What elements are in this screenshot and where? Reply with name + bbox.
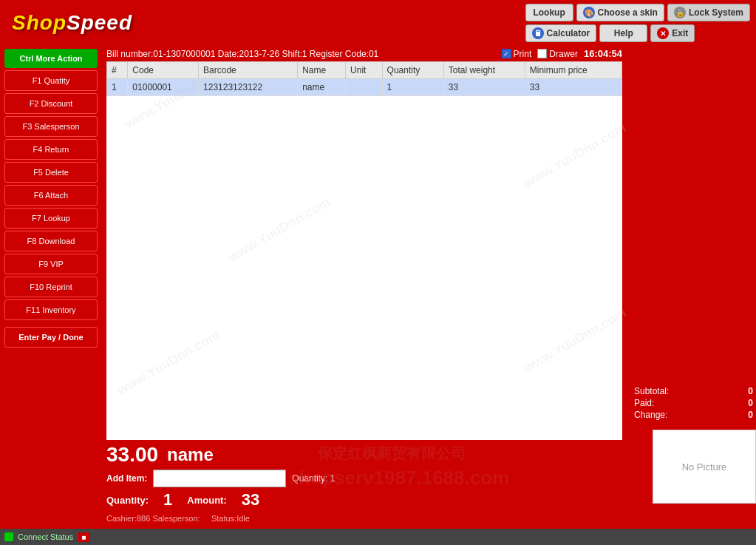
- col-quantity: Quantity: [382, 62, 443, 79]
- f7-lookup-button[interactable]: F7 Lookup: [4, 208, 98, 229]
- header-buttons-row-1: Lookup 🎨 Choose a skin 🔒 Lock System: [525, 4, 750, 21]
- header-buttons-row-2: 🖩 Calculator Help ✕ Exit: [525, 24, 750, 42]
- bill-info-bar: Bill number:01-1307000001 Date:2013-7-26…: [106, 46, 622, 61]
- qty-amount-row: Quantity: 1 Amount: 33: [106, 490, 622, 510]
- f10-reprint-button[interactable]: F10 Reprint: [4, 277, 98, 297]
- change-value: 0: [748, 410, 753, 420]
- lock-system-button[interactable]: 🔒 Lock System: [667, 4, 750, 21]
- change-row: Change: 0: [631, 409, 756, 421]
- lock-icon: 🔒: [674, 7, 686, 18]
- print-checkbox[interactable]: ✓: [502, 49, 511, 58]
- paid-row: Paid: 0: [631, 397, 756, 409]
- sidebar: Ctrl More Action F1 Quatity F2 Discount …: [0, 46, 102, 526]
- cell-name: name: [298, 79, 346, 96]
- col-minimum-price: Minimum price: [525, 62, 622, 79]
- choose-skin-button[interactable]: 🎨 Choose a skin: [576, 4, 664, 21]
- f2-discount-button[interactable]: F2 Discount: [4, 93, 98, 114]
- bottom-area: 33.00 name Add Item: Quantity: 1 Quantit…: [106, 440, 622, 526]
- status-text: Status:Idle: [211, 514, 250, 523]
- bill-info-text: Bill number:01-1307000001 Date:2013-7-26…: [106, 49, 378, 59]
- ctrl-more-action-button[interactable]: Ctrl More Action: [4, 49, 98, 68]
- cell-unit: [346, 79, 382, 96]
- col-barcode: Barcode: [199, 62, 298, 79]
- time-display: 16:04:54: [584, 48, 622, 59]
- f6-attach-button[interactable]: F6 Attach: [4, 185, 98, 206]
- skin-icon: 🎨: [583, 7, 595, 18]
- cell-minimum-price: 33: [525, 79, 622, 96]
- header-buttons: Lookup 🎨 Choose a skin 🔒 Lock System 🖩 C…: [525, 4, 750, 42]
- items-table: # Code Barcode Name Unit Quantity Total …: [106, 61, 622, 96]
- exit-button[interactable]: ✕ Exit: [650, 24, 695, 42]
- cell-num: 1: [107, 79, 128, 96]
- f9-vip-button[interactable]: F9 VIP: [4, 254, 98, 274]
- print-checkbox-area[interactable]: ✓ Print: [502, 49, 532, 59]
- col-total-weight: Total weight: [443, 62, 525, 79]
- help-button[interactable]: Help: [599, 24, 647, 42]
- content-area: Bill number:01-1307000001 Date:2013-7-26…: [102, 46, 627, 526]
- f1-quantity-button[interactable]: F1 Quatity: [4, 70, 98, 91]
- subtotal-row: Subtotal: 0: [631, 385, 756, 397]
- cashier-text: Cashier:886: [106, 514, 150, 523]
- status-bar: Cashier:886 Salesperson: Status:Idle: [106, 512, 622, 523]
- col-num: #: [107, 62, 128, 79]
- drawer-checkbox-area[interactable]: Drawer: [537, 49, 578, 59]
- f11-inventory-button[interactable]: F11 Inventory: [4, 299, 98, 320]
- logo-shop: Shop: [12, 11, 67, 34]
- connect-green-indicator: [4, 532, 13, 541]
- paid-label: Paid:: [634, 398, 654, 408]
- table-row[interactable]: 1 01000001 123123123122 name 1 33 33: [107, 79, 622, 96]
- salesperson-text: Salesperson:: [152, 514, 200, 523]
- print-label: Print: [514, 49, 532, 59]
- calculator-icon: 🖩: [532, 27, 544, 39]
- f4-return-button[interactable]: F4 Return: [4, 139, 98, 160]
- paid-value: 0: [748, 398, 753, 408]
- connect-action-button[interactable]: ■: [78, 532, 89, 542]
- item-price-display: 33.00: [106, 443, 158, 467]
- col-name: Name: [298, 62, 346, 79]
- amount-label: Amount:: [187, 495, 226, 506]
- cell-code: 01000001: [128, 79, 199, 96]
- f8-download-button[interactable]: F8 Download: [4, 231, 98, 251]
- no-picture-box: No Picture: [653, 430, 756, 504]
- logo: ShopSpeed: [6, 8, 138, 38]
- connect-status-bar: Connect Status ■: [0, 529, 756, 545]
- cell-barcode: 123123123122: [199, 79, 298, 96]
- enter-pay-button[interactable]: Enter Pay / Done: [4, 327, 98, 348]
- cell-quantity: 1: [382, 79, 443, 96]
- subtotal-label: Subtotal:: [634, 386, 669, 396]
- col-unit: Unit: [346, 62, 382, 79]
- add-item-input[interactable]: [153, 470, 286, 487]
- header: ShopSpeed Lookup 🎨 Choose a skin 🔒 Lock …: [0, 0, 756, 46]
- qty-label: Quantity:: [106, 495, 149, 506]
- f5-delete-button[interactable]: F5 Delete: [4, 162, 98, 183]
- add-item-row: Add Item: Quantity: 1: [106, 470, 622, 487]
- main-layout: Ctrl More Action F1 Quatity F2 Discount …: [0, 46, 756, 526]
- drawer-label: Drawer: [549, 49, 578, 59]
- cell-total-weight: 33: [443, 79, 525, 96]
- subtotal-value: 0: [748, 386, 753, 396]
- add-item-label: Add Item:: [106, 473, 147, 484]
- quantity-label: Quantity: 1: [292, 473, 335, 484]
- table-header-row: # Code Barcode Name Unit Quantity Total …: [107, 62, 622, 79]
- exit-icon: ✕: [657, 27, 669, 39]
- right-panel: Subtotal: 0 Paid: 0 Change: 0 No Picture: [627, 46, 756, 526]
- item-name-display: name: [167, 444, 214, 465]
- f3-salesperson-button[interactable]: F3 Salesperson: [4, 116, 98, 137]
- lookup-button[interactable]: Lookup: [525, 4, 573, 21]
- amount-value: 33: [242, 490, 259, 510]
- calculator-button[interactable]: 🖩 Calculator: [525, 24, 597, 42]
- bill-info-right: ✓ Print Drawer 16:04:54: [502, 48, 622, 59]
- change-label: Change:: [634, 410, 667, 420]
- connect-status-label: Connect Status: [18, 532, 73, 541]
- drawer-checkbox[interactable]: [537, 49, 547, 58]
- col-code: Code: [128, 62, 199, 79]
- price-name-row: 33.00 name: [106, 443, 622, 467]
- items-table-container: # Code Barcode Name Unit Quantity Total …: [106, 61, 622, 440]
- qty-value: 1: [163, 490, 172, 510]
- summary-area: Subtotal: 0 Paid: 0 Change: 0: [631, 382, 756, 424]
- logo-speed: Speed: [67, 11, 132, 34]
